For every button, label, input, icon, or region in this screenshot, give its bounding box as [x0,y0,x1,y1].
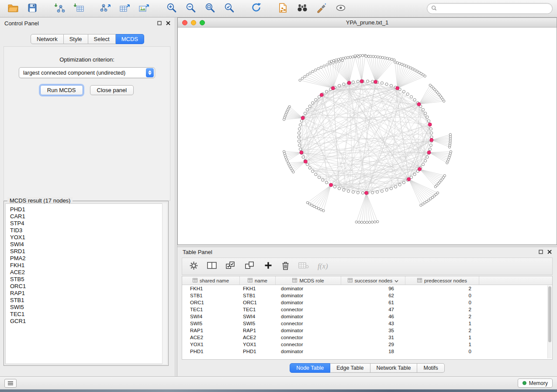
column-header-successor-nodes[interactable]: successor nodes [341,276,405,285]
search-input[interactable] [439,6,548,12]
table-toolbar: f(x) [182,258,553,275]
network-search-field[interactable] [427,3,553,14]
column-header-label: name [255,278,267,283]
table-scrollbar-thumb[interactable] [548,286,551,342]
close-window-icon[interactable] [182,20,187,25]
mcds-result-item[interactable]: STB1 [6,297,166,304]
show-columns-icon[interactable] [207,261,217,271]
mcds-result-item[interactable]: STP4 [6,220,166,227]
tab-node-table[interactable]: Node Table [290,363,330,373]
import-network-button[interactable] [51,2,68,16]
table-settings-gear-icon[interactable] [189,261,198,272]
add-column-icon[interactable] [264,261,273,272]
import-table-button[interactable] [70,2,87,16]
zoom-fit-button[interactable] [201,2,218,16]
table-cell: dominator [276,314,341,319]
open-file-button[interactable] [4,2,22,16]
close-table-panel-icon[interactable] [547,248,552,256]
hamburger-icon [7,379,14,387]
mcds-result-item[interactable]: RAP1 [6,290,166,297]
mcds-result-item[interactable]: YOX1 [6,234,166,241]
tab-mcds[interactable]: MCDS [116,34,144,44]
save-session-button[interactable] [24,2,41,16]
network-window-titlebar[interactable]: YPA_prune.txt_1 [178,18,557,28]
mcds-result-item[interactable]: ACE2 [6,269,166,276]
table-cell: dominator [276,328,341,333]
zoom-out-button[interactable] [182,2,199,16]
graphics-details-button[interactable] [313,2,330,16]
tab-style[interactable]: Style [64,34,88,44]
zoom-out-icon [185,2,196,15]
memory-button[interactable]: Memory [518,378,553,388]
import-network-icon [54,3,65,15]
table-row[interactable]: TEC1TEC1connector472 [182,306,552,313]
float-panel-icon[interactable] [157,19,162,27]
mcds-result-item[interactable]: SRD1 [6,248,166,255]
mcds-result-item[interactable]: FKH1 [6,262,166,269]
table-cell: ACE2 [240,335,276,340]
export-image-button[interactable] [135,2,153,16]
show-panels-menu-button[interactable] [4,379,17,388]
table-row[interactable]: SWI4SWI4dominator462 [182,313,552,320]
maximize-window-icon[interactable] [200,20,205,25]
select-all-icon[interactable] [225,261,236,272]
mcds-result-item[interactable]: SWI4 [6,241,166,248]
node-table: shared name name MCDS role successor nod… [182,276,553,360]
tab-select[interactable]: Select [88,34,116,44]
run-mcds-button[interactable]: Run MCDS [40,85,83,95]
mcds-result-item[interactable]: SWI5 [6,304,166,311]
column-header-name[interactable]: name [240,276,276,285]
tab-motifs[interactable]: Motifs [417,363,444,373]
mcds-list-scrollbar[interactable] [162,203,167,364]
optimization-criterion-select[interactable]: largest connected component (undirected) [19,67,155,78]
float-table-panel-icon[interactable] [539,248,543,256]
hide-details-button[interactable] [332,2,349,16]
table-scrollbar[interactable] [547,285,552,358]
network-canvas[interactable] [178,28,557,244]
mcds-result-item[interactable]: GCR1 [6,318,166,325]
table-row[interactable]: YOX1YOX1connector291 [182,341,552,348]
close-panel-icon[interactable] [166,19,170,27]
table-row[interactable]: FKH1FKH1dominator962 [182,285,552,292]
table-row[interactable]: STB1STB1dominator620 [182,292,552,299]
table-cell: 1 [405,321,479,326]
mcds-result-item[interactable]: TEC1 [6,311,166,318]
column-header-shared-name[interactable]: shared name [182,276,240,285]
export-network-button[interactable] [97,2,114,16]
mcds-result-item[interactable]: CAR1 [6,213,166,220]
network-graph[interactable] [178,28,557,245]
zoom-selected-button[interactable] [220,2,238,16]
tab-edge-table[interactable]: Edge Table [330,363,370,373]
tab-network[interactable]: Network [31,34,64,44]
table-row[interactable]: RAP1RAP1dominator352 [182,327,552,334]
import-table-icon [73,3,84,15]
sort-desc-icon [394,278,398,283]
mcds-result-list[interactable]: PHD1CAR1STP4TID3YOX1SWI4SRD1PMA2FKH1ACE2… [5,203,167,364]
table-row[interactable]: ORC1ORC1dominator610 [182,299,552,306]
zoom-in-button[interactable] [163,2,180,16]
mcds-result-item[interactable]: TID3 [6,227,166,234]
deselect-all-icon[interactable] [245,261,255,272]
table-cell: RAP1 [240,328,276,333]
table-row[interactable]: PHD1PHD1dominator180 [182,348,552,355]
mcds-result-item[interactable]: ORC1 [6,283,166,290]
mcds-result-item[interactable]: PMA2 [6,255,166,262]
column-header-predecessor-nodes[interactable]: predecessor nodes [405,276,479,285]
share-document-button[interactable] [274,2,292,16]
table-row[interactable]: SWI5SWI5connector431 [182,320,552,327]
mcds-result-item[interactable]: PHD1 [6,206,166,213]
export-table-button[interactable] [116,2,134,16]
table-cell: STB1 [182,293,240,298]
delete-column-icon[interactable] [281,261,290,272]
table-row[interactable]: ACE2ACE2connector311 [182,334,552,341]
tab-network-table[interactable]: Network Table [370,363,418,373]
apply-layout-button[interactable] [247,2,265,16]
mcds-result-item[interactable]: STB5 [6,276,166,283]
search-network-button[interactable] [294,2,311,16]
minimize-window-icon[interactable] [191,20,196,25]
table-cell: 2 [405,307,479,312]
table-panel: Table Panel f(x) shared name [177,247,557,376]
column-header-mcds-role[interactable]: MCDS role [276,276,341,285]
column-header-label: MCDS role [299,278,324,283]
close-panel-button[interactable]: Close panel [90,85,134,95]
